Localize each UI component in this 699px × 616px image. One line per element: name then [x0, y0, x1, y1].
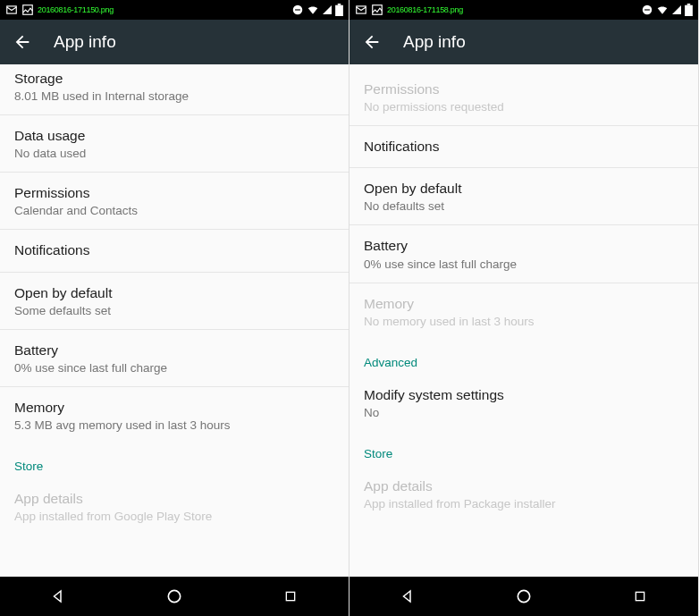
- row-title: Storage: [14, 70, 334, 88]
- app-bar: App info: [0, 20, 349, 64]
- row-battery[interactable]: Battery 0% use since last full charge: [0, 330, 349, 387]
- mail-icon: [355, 4, 367, 16]
- nav-back[interactable]: [398, 586, 417, 606]
- page-title: App info: [403, 32, 466, 52]
- image-icon: [371, 4, 383, 16]
- row-sub: Some defaults set: [14, 304, 334, 317]
- svg-rect-4: [335, 5, 343, 16]
- row-sub: No data used: [14, 147, 334, 160]
- app-bar: App info: [350, 20, 698, 64]
- status-filename: 20160816-171158.png: [387, 5, 463, 14]
- svg-point-6: [168, 590, 180, 602]
- nav-home[interactable]: [514, 586, 534, 606]
- row-permissions: Permissions No permissions requested: [350, 64, 698, 126]
- back-button[interactable]: [362, 32, 382, 52]
- back-button[interactable]: [13, 32, 32, 52]
- row-open-by-default[interactable]: Open by default Some defaults set: [0, 273, 349, 330]
- row-memory: Memory No memory used in last 3 hours: [350, 283, 698, 340]
- section-header-store: Store: [350, 431, 698, 466]
- wifi-icon: [656, 4, 669, 16]
- row-sub: No: [364, 406, 684, 419]
- row-title: Open by default: [14, 284, 334, 302]
- row-sub: Calendar and Contacts: [14, 204, 334, 217]
- wifi-icon: [307, 4, 319, 16]
- page-title: App info: [54, 32, 116, 52]
- status-bar: 20160816-171150.png: [0, 0, 349, 20]
- nav-bar: [0, 577, 349, 616]
- svg-rect-11: [644, 9, 650, 10]
- section-header-advanced: Advanced: [350, 340, 698, 375]
- status-bar: 20160816-171158.png: [350, 0, 698, 20]
- status-filename: 20160816-171150.png: [38, 5, 114, 14]
- row-storage[interactable]: Storage 8.01 MB used in Internal storage: [0, 64, 349, 115]
- row-app-details: App details App installed from Google Pl…: [0, 478, 349, 535]
- row-title: Permissions: [14, 184, 334, 202]
- battery-icon: [685, 4, 693, 16]
- svg-rect-5: [338, 4, 341, 5]
- row-title: Modify system settings: [364, 386, 684, 404]
- row-title: Battery: [14, 342, 334, 359]
- section-header-store: Store: [0, 443, 349, 478]
- row-notifications[interactable]: Notifications: [350, 126, 698, 168]
- row-title: App details: [14, 490, 334, 508]
- row-title: Data usage: [14, 127, 334, 145]
- svg-rect-7: [286, 592, 294, 600]
- phone-right: 20160816-171158.png App info Permissions…: [350, 0, 699, 616]
- battery-icon: [335, 4, 343, 16]
- row-memory[interactable]: Memory 5.3 MB avg memory used in last 3 …: [0, 387, 349, 443]
- content-area: Storage 8.01 MB used in Internal storage…: [0, 64, 349, 577]
- row-title: Open by default: [364, 180, 684, 198]
- image-icon: [21, 4, 34, 16]
- mail-icon: [5, 4, 18, 16]
- nav-home[interactable]: [164, 586, 184, 606]
- signal-icon: [322, 4, 333, 15]
- row-app-details: App details App installed from Package i…: [350, 466, 698, 522]
- row-sub: 0% use since last full charge: [364, 257, 684, 271]
- svg-point-14: [518, 590, 529, 602]
- row-permissions[interactable]: Permissions Calendar and Contacts: [0, 173, 349, 230]
- row-open-by-default[interactable]: Open by default No defaults set: [350, 168, 698, 225]
- row-notifications[interactable]: Notifications: [0, 230, 349, 272]
- row-sub: 5.3 MB avg memory used in last 3 hours: [14, 418, 334, 432]
- row-data-usage[interactable]: Data usage No data used: [0, 115, 349, 173]
- svg-rect-3: [295, 9, 300, 10]
- nav-bar: [350, 577, 698, 616]
- row-title: Battery: [364, 237, 684, 255]
- row-sub: No memory used in last 3 hours: [364, 315, 684, 328]
- row-sub: 8.01 MB used in Internal storage: [14, 89, 334, 103]
- row-title: Memory: [14, 399, 334, 417]
- row-title: Memory: [364, 295, 684, 313]
- row-battery[interactable]: Battery 0% use since last full charge: [350, 225, 698, 283]
- dnd-icon: [291, 4, 304, 16]
- content-area: Permissions No permissions requested Not…: [350, 64, 698, 577]
- dnd-icon: [641, 4, 653, 16]
- row-sub: App installed from Package installer: [364, 497, 684, 511]
- row-title: Notifications: [14, 241, 334, 259]
- row-sub: 0% use since last full charge: [14, 361, 334, 375]
- nav-recent[interactable]: [281, 586, 300, 606]
- svg-rect-12: [685, 5, 693, 16]
- row-modify-system-settings[interactable]: Modify system settings No: [350, 375, 698, 431]
- row-title: Permissions: [364, 80, 684, 98]
- svg-rect-15: [636, 592, 644, 600]
- nav-back[interactable]: [48, 586, 68, 606]
- row-title: Notifications: [364, 138, 684, 156]
- row-sub: App installed from Google Play Store: [14, 510, 334, 523]
- row-sub: No permissions requested: [364, 100, 684, 114]
- phone-left: 20160816-171150.png App info Storage 8.0…: [0, 0, 350, 616]
- row-sub: No defaults set: [364, 199, 684, 213]
- row-title: App details: [364, 477, 684, 495]
- svg-rect-13: [687, 4, 691, 5]
- nav-recent[interactable]: [630, 586, 650, 606]
- signal-icon: [671, 4, 682, 15]
